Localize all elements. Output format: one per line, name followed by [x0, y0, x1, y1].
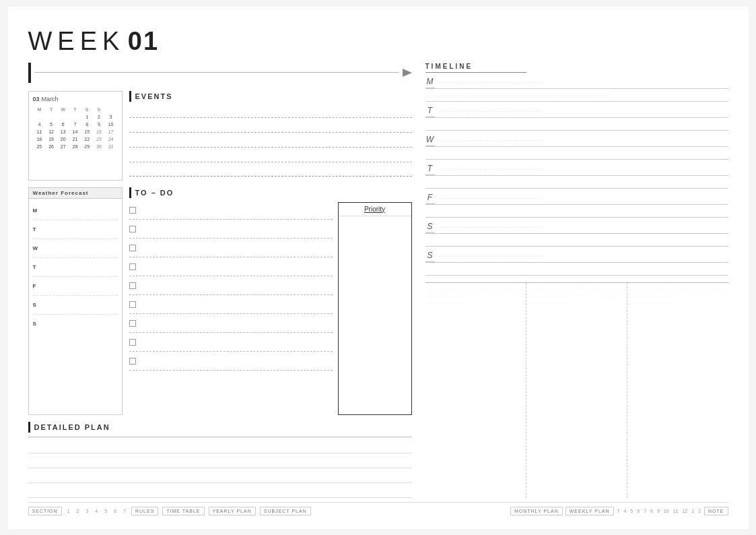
- calendar-row: 1 2 3: [34, 114, 116, 120]
- footer-tab-yearly[interactable]: YEARLY PLAN: [209, 507, 256, 515]
- timeline-day-saturday-header: S · · · · · · · · · · · · · · · · · · · …: [425, 222, 728, 233]
- todo-priority-row: Priority: [129, 202, 412, 415]
- detail-line[interactable]: [28, 453, 412, 468]
- footer-tab-monthly[interactable]: MONTHLY PLAN: [510, 507, 563, 515]
- weather-day-label: M: [33, 208, 42, 214]
- footer-page-12[interactable]: 12: [682, 509, 687, 513]
- detail-line[interactable]: [28, 439, 412, 453]
- footer-page-8[interactable]: 8: [650, 509, 653, 513]
- left-column: 03 March M T W T S S: [28, 63, 412, 498]
- todo-checkbox[interactable]: [129, 263, 136, 270]
- footer-tab-rules[interactable]: RULES: [131, 507, 158, 515]
- footer: SECTION 1 2 3 4 5 6 7 RULES TIME TABLE Y…: [28, 502, 728, 515]
- weather-day-label: F: [33, 283, 42, 289]
- bottom-dots-left[interactable]: · · · · · · · · · · · · · · · · · · · · …: [425, 283, 526, 498]
- detailed-plan-label: DETAILED PLAN: [28, 422, 412, 433]
- cal-day-header: [106, 106, 116, 113]
- footer-num-6[interactable]: 6: [114, 509, 116, 513]
- bottom-dots-mid[interactable]: · · · · · · · · · · · · · · · · · · · · …: [526, 283, 627, 498]
- weather-header: Weather Forecast: [29, 188, 122, 199]
- weather-day-label: T: [33, 264, 42, 270]
- todo-item[interactable]: [129, 296, 333, 314]
- todo-item[interactable]: [129, 202, 333, 220]
- todo-checkbox[interactable]: [129, 358, 136, 365]
- calendar-row: 4 5 6 7 8 9 10: [34, 121, 116, 127]
- thursday-dots: · · · · · · · · · · · · · · · · · · · · …: [439, 164, 728, 175]
- calendar-month-name: March: [42, 96, 59, 102]
- weather-day-tuesday: T: [33, 220, 118, 239]
- todo-checkbox[interactable]: [129, 320, 136, 327]
- todo-item[interactable]: [129, 315, 333, 333]
- saturday-lines[interactable]: [425, 237, 728, 246]
- saturday-bottom-rule: [425, 246, 728, 247]
- tuesday-lines[interactable]: [425, 121, 728, 130]
- cal-day-header: W: [58, 106, 69, 113]
- todo-item[interactable]: [129, 278, 333, 295]
- priority-content[interactable]: [339, 216, 411, 414]
- todo-checkbox[interactable]: [129, 282, 136, 289]
- footer-num-3[interactable]: 3: [85, 509, 88, 513]
- footer-page-4[interactable]: 4: [623, 509, 626, 513]
- thursday-lines[interactable]: [425, 179, 728, 188]
- wednesday-dots: · · · · · · · · · · · · · · · · · · · · …: [439, 135, 728, 146]
- footer-page-9[interactable]: 9: [657, 509, 660, 513]
- footer-page-7[interactable]: 7: [617, 509, 620, 513]
- events-line[interactable]: [129, 135, 412, 148]
- weather-day-saturday: S: [33, 296, 118, 315]
- sunday-lines[interactable]: [425, 265, 728, 275]
- header: WEEK 01: [28, 27, 728, 56]
- footer-tab-weekly[interactable]: WEEKLY PLAN: [565, 507, 614, 515]
- footer-num-1[interactable]: 1: [67, 509, 70, 513]
- bottom-right-section: · · · · · · · · · · · · · · · · · · · · …: [425, 282, 728, 498]
- timeline-day-sunday-header: S · · · · · · · · · · · · · · · · · · · …: [425, 251, 728, 262]
- bottom-dots-right[interactable]: · · · · · · · · · · · · · · · · · · · · …: [627, 283, 728, 498]
- events-line[interactable]: [129, 106, 412, 118]
- footer-tab-note[interactable]: NOTE: [704, 507, 728, 515]
- footer-page-1[interactable]: 1: [691, 509, 694, 513]
- footer-tab-subject[interactable]: SUBJECT PLAN: [260, 507, 311, 515]
- timeline-day-friday: F · · · · · · · · · · · · · · · · · · · …: [425, 193, 728, 219]
- wednesday-lines[interactable]: [425, 150, 728, 159]
- pencil-tip-icon: [403, 69, 412, 77]
- footer-page-6[interactable]: 6: [637, 509, 640, 513]
- events-line[interactable]: [129, 121, 412, 133]
- footer-num-7[interactable]: 7: [123, 509, 126, 513]
- footer-num-5[interactable]: 5: [104, 509, 107, 513]
- thursday-bottom-rule: [425, 188, 728, 189]
- todo-checkbox[interactable]: [129, 339, 136, 346]
- footer-num-4[interactable]: 4: [95, 509, 98, 513]
- todo-item[interactable]: [129, 334, 333, 352]
- detailed-plan-title: DETAILED PLAN: [34, 423, 110, 431]
- timeline-day-wednesday: W · · · · · · · · · · · · · · · · · · · …: [425, 135, 728, 161]
- events-line[interactable]: [129, 150, 412, 162]
- friday-lines[interactable]: [425, 208, 728, 217]
- todo-item[interactable]: [129, 353, 333, 371]
- todo-checkbox[interactable]: [129, 245, 136, 251]
- detail-line[interactable]: [28, 468, 412, 483]
- weather-day-label: S: [33, 302, 42, 308]
- todo-checkbox[interactable]: [129, 226, 136, 232]
- footer-num-2[interactable]: 2: [77, 509, 79, 513]
- todo-label: TO – DO: [129, 187, 412, 198]
- footer-page-7b[interactable]: 7: [644, 509, 646, 513]
- monday-dots: · · · · · · · · · · · · · · · · · · · · …: [439, 77, 728, 88]
- detail-line[interactable]: [28, 483, 412, 498]
- todo-checkbox[interactable]: [129, 207, 136, 214]
- todo-item[interactable]: [129, 259, 333, 276]
- footer-page-10[interactable]: 10: [664, 509, 669, 513]
- todo-item[interactable]: [129, 240, 333, 257]
- footer-page-2[interactable]: 2: [698, 509, 701, 513]
- timeline-day-tuesday: T · · · · · · · · · · · · · · · · · · · …: [425, 106, 728, 132]
- sunday-bottom-rule: [425, 275, 728, 276]
- footer-tab-section[interactable]: SECTION: [28, 507, 62, 515]
- footer-tab-timetable[interactable]: TIME TABLE: [162, 507, 204, 515]
- tday-label-S1: S: [425, 222, 435, 233]
- todo-item[interactable]: [129, 221, 333, 239]
- todo-checkbox[interactable]: [129, 301, 136, 308]
- weather-day-monday: M: [33, 201, 118, 220]
- footer-page-5[interactable]: 5: [630, 509, 633, 513]
- sunday-rule: [425, 262, 728, 263]
- monday-lines[interactable]: · · · · · · · · · · · · · · · · · · · · …: [425, 92, 728, 101]
- footer-page-11[interactable]: 11: [673, 509, 679, 513]
- weather-body: M T W T F: [29, 199, 122, 336]
